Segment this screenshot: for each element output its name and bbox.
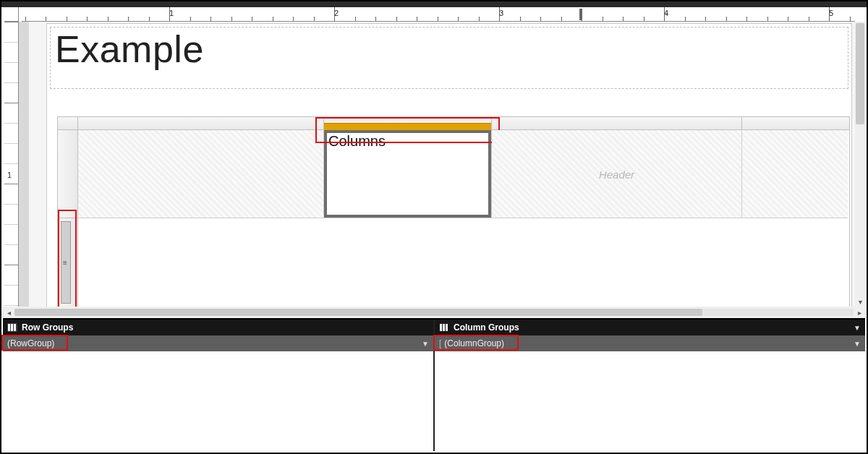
column-groups-title: Column Groups: [454, 322, 519, 333]
row-group-item[interactable]: (RowGroup) ▼: [3, 335, 433, 351]
margin-strip: [19, 22, 29, 307]
row-group-handle-icon[interactable]: [61, 221, 71, 304]
columns-icon: [439, 323, 449, 332]
row-groups-panel: Row Groups (RowGroup) ▼: [3, 320, 435, 451]
tablix-corner-cell[interactable]: [78, 130, 324, 218]
column-groups-header[interactable]: Column Groups ▼: [435, 320, 865, 335]
svg-rect-1: [8, 324, 10, 331]
chevron-right-icon[interactable]: ▸: [854, 309, 865, 317]
row-groups-header[interactable]: Row Groups: [3, 320, 433, 335]
tablix-row-header-bar[interactable]: [58, 130, 78, 307]
ruler-guide-marker[interactable]: [577, 7, 584, 22]
column-select-handle[interactable]: [324, 123, 491, 133]
column-groups-panel: Column Groups ▼ [ (ColumnGroup) ▼: [435, 320, 865, 451]
chevron-down-icon[interactable]: ▾: [855, 296, 865, 307]
ruler-corner: [4, 7, 19, 22]
row-groups-title: Row Groups: [22, 322, 73, 333]
svg-rect-2: [11, 324, 13, 331]
tablix-region[interactable]: Columns Header Rows Data: [57, 116, 850, 307]
report-body[interactable]: Example: [46, 23, 852, 307]
dropdown-icon[interactable]: ▼: [854, 324, 861, 332]
column-group-item-label: (ColumnGroup): [444, 338, 504, 348]
report-title-textbox[interactable]: Example: [50, 27, 848, 89]
grouping-pane: Row Groups (RowGroup) ▼ Column Groups ▼: [3, 318, 865, 451]
vertical-scrollbar-thumb[interactable]: [856, 23, 864, 124]
ruler-number: 1: [7, 171, 12, 179]
tablix-header-placeholder-cell[interactable]: Header: [492, 130, 742, 218]
column-group-item[interactable]: [ (ColumnGroup) ▼: [435, 335, 865, 351]
vertical-ruler[interactable]: 1 2: [4, 22, 19, 307]
row-groups-body[interactable]: [3, 351, 433, 451]
dropdown-icon[interactable]: ▼: [422, 340, 429, 348]
chevron-left-icon[interactable]: ◂: [3, 309, 14, 317]
columns-cell-label: Columns: [328, 133, 386, 150]
vertical-scrollbar[interactable]: ▾: [855, 22, 865, 307]
tablix-header-extra-cell[interactable]: [742, 130, 848, 218]
svg-rect-4: [440, 324, 442, 331]
design-surface[interactable]: Example: [29, 22, 855, 307]
horizontal-scrollbar-thumb[interactable]: [14, 309, 702, 316]
report-title-text: Example: [55, 27, 843, 71]
svg-rect-6: [446, 324, 448, 331]
horizontal-scrollbar[interactable]: ◂ ▸: [3, 307, 865, 318]
row-group-item-label: (RowGroup): [7, 338, 54, 348]
bracket-icon: [: [439, 338, 441, 348]
columns-icon: [7, 323, 17, 332]
tablix-column-group-cell[interactable]: Columns: [324, 130, 492, 218]
svg-rect-3: [14, 324, 16, 331]
dropdown-icon[interactable]: ▼: [854, 340, 861, 348]
window-top-bar: [1, 1, 867, 7]
horizontal-ruler[interactable]: 1 2 3 4 5: [22, 7, 855, 22]
svg-rect-5: [443, 324, 445, 331]
header-placeholder-text: Header: [599, 168, 634, 180]
column-groups-body[interactable]: [435, 351, 865, 451]
